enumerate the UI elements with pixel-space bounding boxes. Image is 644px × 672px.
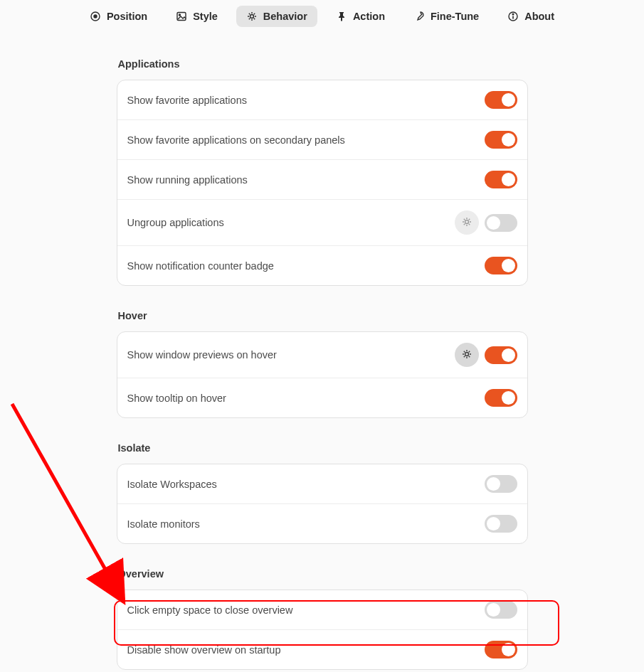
row-disable-overview-startup: Disable show overview on startup [117,630,527,669]
row-show-favorite-apps-secondary: Show favorite applications on secondary … [117,120,527,160]
row-isolate-workspaces: Isolate Workspaces [117,464,527,504]
section-title-overview: Overview [118,568,528,580]
tab-label: About [524,11,554,22]
toggle-click-empty-close[interactable] [485,601,517,619]
toggle-tooltip-hover[interactable] [485,389,517,407]
row-label: Ungroup applications [127,217,455,228]
row-label: Show favorite applications on secondary … [127,134,485,146]
svg-point-8 [465,352,468,356]
toggle-window-previews[interactable] [485,346,517,364]
section-title-applications: Applications [118,58,528,70]
toggle-show-favorite-apps-secondary[interactable] [485,131,517,149]
row-label: Show window previews on hover [127,349,455,361]
svg-point-3 [179,14,181,16]
tab-action[interactable]: Action [326,6,395,27]
row-label: Isolate monitors [127,518,485,530]
wrench-icon [413,11,425,22]
tab-label: Style [193,11,218,22]
gear-icon [246,11,258,22]
info-icon [507,11,519,22]
toggle-show-running-apps[interactable] [485,171,517,188]
row-label: Disable show overview on startup [127,644,485,656]
toggle-notification-badge[interactable] [485,257,517,274]
tab-behavior[interactable]: Behavior [236,6,317,27]
tab-style[interactable]: Style [166,6,228,27]
row-tooltip-hover: Show tooltip on hover [117,378,527,417]
row-isolate-monitors: Isolate monitors [117,504,527,543]
group-overview: Click empty space to close overview Disa… [117,590,528,670]
tab-label: Position [107,11,147,22]
toggle-isolate-workspaces[interactable] [485,475,517,493]
row-label: Show tooltip on hover [127,393,485,404]
toggle-show-favorite-apps[interactable] [485,91,517,109]
row-label: Show notification counter badge [127,260,485,272]
row-ungroup-apps: Ungroup applications [117,200,527,246]
section-title-isolate: Isolate [118,442,528,454]
target-icon [90,11,101,22]
group-applications: Show favorite applications Show favorite… [117,80,528,286]
row-label: Show favorite applications [127,95,485,106]
row-label: Show running applications [127,174,485,186]
toggle-disable-overview-startup[interactable] [485,641,517,658]
gear-icon [461,216,473,230]
group-isolate: Isolate Workspaces Isolate monitors [117,464,528,544]
pin-icon [336,11,347,22]
svg-point-4 [250,15,253,18]
toggle-isolate-monitors[interactable] [485,515,517,533]
tab-about[interactable]: About [497,6,564,27]
svg-point-1 [94,15,97,18]
row-label: Isolate Workspaces [127,479,485,490]
tab-bar: Position Style Behavior Action Fine-Tune… [0,0,644,33]
image-icon [176,11,187,22]
svg-line-9 [12,404,120,596]
tab-label: Action [353,11,385,22]
tab-fine-tune[interactable]: Fine-Tune [403,6,489,27]
row-label: Click empty space to close overview [127,604,485,616]
row-click-empty-close: Click empty space to close overview [117,590,527,630]
tab-label: Fine-Tune [431,11,479,22]
row-notification-badge: Show notification counter badge [117,246,527,285]
window-previews-settings-button[interactable] [455,343,479,367]
gear-icon [461,348,473,362]
svg-point-7 [465,220,468,223]
row-show-running-apps: Show running applications [117,160,527,200]
toggle-ungroup-apps[interactable] [485,214,517,232]
ungroup-apps-settings-button[interactable] [455,210,479,235]
tab-position[interactable]: Position [80,6,157,27]
tab-label: Behavior [263,11,307,22]
row-window-previews: Show window previews on hover [117,332,527,378]
row-show-favorite-apps: Show favorite applications [117,80,527,120]
section-title-hover: Hover [118,310,528,321]
settings-content: Applications Show favorite applications … [117,58,528,670]
group-hover: Show window previews on hover Show toolt… [117,331,528,418]
svg-point-6 [512,14,514,15]
